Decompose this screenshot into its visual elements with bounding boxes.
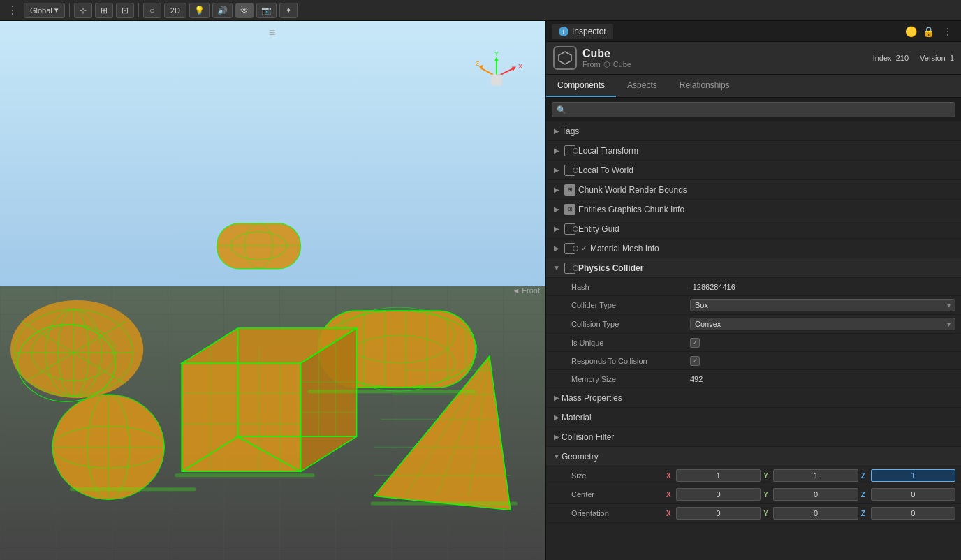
ltw-chevron bbox=[552, 165, 562, 175]
center-label: Center bbox=[571, 490, 662, 499]
tags-label: Tags bbox=[562, 126, 579, 136]
physics-collider-content: Hash -1286284416 Collider Type Box ▾ Col… bbox=[546, 278, 961, 388]
collision-filter-section[interactable]: Collision Filter bbox=[546, 427, 961, 447]
local-transform-section[interactable]: Local Transform bbox=[546, 141, 961, 161]
mass-properties-section[interactable]: Mass Properties bbox=[546, 388, 961, 408]
global-label: Global bbox=[30, 6, 52, 15]
mat-chevron bbox=[552, 413, 562, 422]
circle-button[interactable]: ○ bbox=[143, 3, 161, 18]
chunk-world-section[interactable]: ⊞ Chunk World Render Bounds bbox=[546, 180, 961, 200]
object-header: Cube From ⬡ Cube Index 210 Version 1 bbox=[546, 42, 961, 75]
2d-button[interactable]: 2D bbox=[164, 3, 186, 18]
mp-label: Mass Properties bbox=[562, 393, 622, 403]
audio-button[interactable]: 🔊 bbox=[212, 3, 233, 18]
memory-label: Memory Size bbox=[571, 375, 690, 383]
orientation-x-axis: X bbox=[666, 510, 675, 517]
cf-chevron bbox=[552, 432, 562, 442]
orientation-label: Orientation bbox=[571, 509, 662, 517]
svg-point-29 bbox=[10, 300, 143, 398]
effects-button[interactable]: ✦ bbox=[279, 3, 298, 18]
hash-row: Hash -1286284416 bbox=[546, 278, 961, 296]
svg-text:Z: Z bbox=[476, 60, 480, 67]
material-mesh-section[interactable]: ✓ Material Mesh Info bbox=[546, 239, 961, 258]
pc-chevron bbox=[552, 263, 562, 273]
size-x-field: X 1 bbox=[666, 469, 761, 482]
move-tool-button[interactable]: ⊞ bbox=[95, 3, 113, 18]
visibility-button[interactable]: 👁 bbox=[235, 3, 254, 18]
orientation-y-axis: Y bbox=[763, 510, 772, 517]
is-unique-label: Is Unique bbox=[571, 339, 690, 347]
search-bar: 🔍 bbox=[546, 98, 961, 121]
size-x-input[interactable]: 1 bbox=[676, 469, 761, 482]
version-meta: Version 1 bbox=[920, 54, 954, 62]
orientation-x-field: X 0 bbox=[666, 507, 761, 520]
physics-collider-section[interactable]: Physics Collider bbox=[546, 258, 961, 278]
global-button[interactable]: Global ▾ bbox=[24, 3, 65, 18]
lt-puzzle-icon bbox=[564, 145, 575, 156]
header-icons: 🟡 🔒 ⋮ bbox=[905, 26, 955, 37]
entity-guid-section[interactable]: Entity Guid bbox=[546, 219, 961, 239]
scene-canvas: Y X Z bbox=[0, 21, 545, 560]
responds-checkbox[interactable]: ✓ bbox=[690, 356, 700, 366]
pc-puzzle-icon bbox=[564, 263, 575, 274]
orientation-y-field: Y 0 bbox=[763, 507, 858, 520]
size-fields: X 1 Y 1 Z 1 bbox=[666, 469, 955, 482]
mat-label: Material bbox=[562, 413, 592, 422]
search-icon: 🔍 bbox=[557, 105, 566, 115]
light-button[interactable]: 💡 bbox=[189, 3, 210, 18]
orientation-y-input[interactable]: 0 bbox=[773, 507, 858, 520]
camera-button[interactable]: 📷 bbox=[256, 3, 277, 18]
tab-components[interactable]: Components bbox=[546, 75, 616, 97]
transform-tool-button[interactable]: ⊹ bbox=[74, 3, 92, 18]
entities-graphics-section[interactable]: ⊞ Entities Graphics Chunk Info bbox=[546, 200, 961, 219]
center-x-input[interactable]: 0 bbox=[676, 488, 761, 501]
center-y-input[interactable]: 0 bbox=[773, 488, 858, 501]
lock-icon[interactable]: 🔒 bbox=[923, 26, 934, 37]
svg-rect-87 bbox=[175, 473, 314, 477]
inspector-panel: i Inspector 🟡 🔒 ⋮ Cube From ⬡ bbox=[545, 21, 961, 560]
size-y-axis: Y bbox=[763, 472, 772, 480]
cube-icon-small: ⬡ bbox=[603, 60, 610, 69]
search-input-wrap: 🔍 bbox=[552, 102, 955, 117]
orientation-x-input[interactable]: 0 bbox=[676, 507, 761, 520]
geo-chevron bbox=[552, 452, 562, 462]
index-value: 210 bbox=[896, 54, 909, 62]
svg-text:X: X bbox=[518, 63, 522, 70]
lt-chevron bbox=[552, 146, 562, 156]
svg-rect-86 bbox=[70, 487, 196, 491]
viewport-menu-icon: ≡ bbox=[269, 27, 277, 39]
size-z-input[interactable]: 1 bbox=[871, 469, 955, 482]
version-value: 1 bbox=[950, 54, 954, 62]
material-section[interactable]: Material bbox=[546, 408, 961, 427]
svg-rect-89 bbox=[371, 501, 518, 505]
center-y-axis: Y bbox=[763, 491, 772, 499]
tags-section[interactable]: Tags bbox=[546, 121, 961, 141]
panel-dots-icon[interactable]: ⋮ bbox=[940, 26, 955, 37]
tab-relationships[interactable]: Relationships bbox=[668, 75, 741, 97]
collision-type-value: Convex bbox=[695, 320, 721, 328]
local-to-world-section[interactable]: Local To World bbox=[546, 161, 961, 180]
orientation-z-input[interactable]: 0 bbox=[871, 507, 955, 520]
mm-label: Material Mesh Info bbox=[590, 244, 659, 253]
index-meta: Index 210 bbox=[873, 54, 909, 62]
viewport[interactable]: ≡ bbox=[0, 21, 545, 560]
svg-rect-99 bbox=[491, 75, 502, 86]
svg-marker-100 bbox=[559, 52, 571, 64]
scale-tool-button[interactable]: ⊡ bbox=[116, 3, 134, 18]
chevron-down-icon: ▾ bbox=[54, 6, 59, 15]
is-unique-checkbox[interactable]: ✓ bbox=[690, 338, 700, 348]
geometry-section[interactable]: Geometry bbox=[546, 447, 961, 466]
center-z-input[interactable]: 0 bbox=[871, 488, 955, 501]
collision-dropdown-arrow-icon: ▾ bbox=[947, 320, 951, 328]
orientation-z-field: Z 0 bbox=[861, 507, 955, 520]
memory-value: 492 bbox=[690, 375, 955, 383]
inspector-tab[interactable]: i Inspector bbox=[552, 24, 613, 39]
size-y-input[interactable]: 1 bbox=[773, 469, 858, 482]
collision-type-dropdown[interactable]: Convex ▾ bbox=[690, 318, 955, 330]
tab-aspects[interactable]: Aspects bbox=[616, 75, 668, 97]
orientation-z-axis: Z bbox=[861, 510, 870, 517]
collision-type-label: Collision Type bbox=[571, 320, 690, 328]
menu-dots-icon[interactable]: ⋮ bbox=[4, 3, 21, 17]
search-input[interactable] bbox=[569, 105, 951, 115]
collider-type-dropdown[interactable]: Box ▾ bbox=[690, 299, 955, 311]
